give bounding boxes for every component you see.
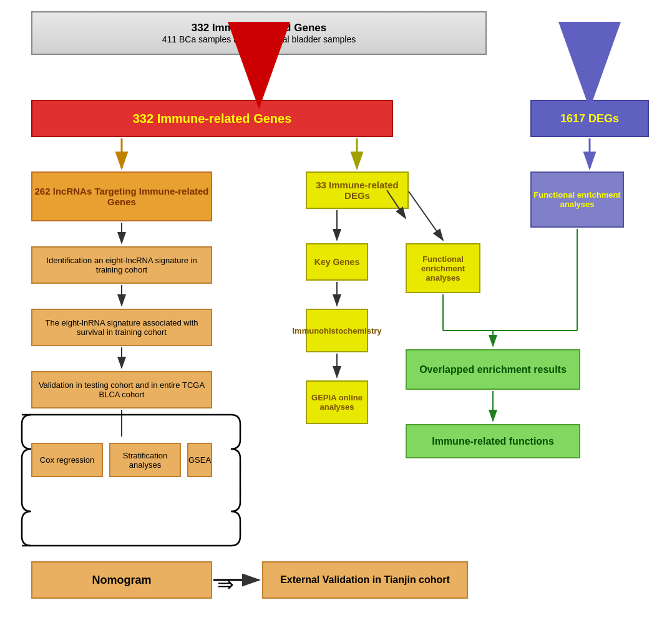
lncrna-box: 262 lncRNAs Targeting Immune-related Gen… bbox=[31, 171, 212, 221]
external-validation-box: External Validation in Tianjin cohort bbox=[262, 561, 468, 599]
dataset-subtitle: 411 BCa samples and 19 normal bladder sa… bbox=[162, 34, 356, 44]
func-right-label: Functional enrichment analyses bbox=[532, 190, 623, 209]
func-mid-label: Functional enrichment analyses bbox=[407, 254, 479, 283]
lncrna-label: 262 lncRNAs Targeting Immune-related Gen… bbox=[32, 186, 211, 207]
signature-label: The eight-lnRNA signature associated wit… bbox=[32, 318, 211, 337]
validation-label: Validation in testing cohort and in enti… bbox=[32, 380, 211, 399]
gepia-label: GEPIA online analyses bbox=[307, 393, 367, 412]
degs-33-box: 33 Immune-related DEGs bbox=[306, 171, 409, 209]
degs-33-label: 33 Immune-related DEGs bbox=[307, 180, 407, 201]
diagram: 332 Immune-related Genes 411 BCa samples… bbox=[0, 0, 672, 628]
key-genes-box: Key Genes bbox=[306, 243, 368, 281]
identification-label: Identification an eight-lncRNA signature… bbox=[32, 256, 211, 274]
overlapped-label: Overlapped enrichment results bbox=[419, 364, 567, 375]
degs-label: 1617 DEGs bbox=[560, 112, 619, 125]
degs-box: 1617 DEGs bbox=[530, 100, 649, 137]
signature-box: The eight-lnRNA signature associated wit… bbox=[31, 309, 212, 346]
immune-func-box: Immune-related functions bbox=[406, 424, 580, 458]
key-genes-label: Key Genes bbox=[314, 257, 359, 267]
validation-box: Validation in testing cohort and in enti… bbox=[31, 371, 212, 408]
dataset-title: 332 Immune-related Genes bbox=[192, 22, 326, 34]
overlapped-box: Overlapped enrichment results bbox=[406, 349, 580, 390]
immune-genes-label: 332 Immune-related Genes bbox=[133, 112, 292, 126]
immune-genes-box: 332 Immune-related Genes bbox=[31, 100, 393, 137]
dataset-box: 332 Immune-related Genes 411 BCa samples… bbox=[31, 11, 487, 55]
brace-svg bbox=[19, 412, 243, 568]
func-right-box: Functional enrichment analyses bbox=[530, 171, 624, 228]
func-mid-box: Functional enrichment analyses bbox=[406, 243, 480, 293]
double-arrow-icon: ⇒ bbox=[217, 572, 234, 596]
svg-line-20 bbox=[409, 191, 443, 240]
external-validation-label: External Validation in Tianjin cohort bbox=[280, 574, 450, 586]
immune-func-label: Immune-related functions bbox=[432, 436, 554, 447]
identification-box: Identification an eight-lncRNA signature… bbox=[31, 246, 212, 284]
immunohisto-box: Immunohistochemistry bbox=[306, 309, 368, 352]
gepia-box: GEPIA online analyses bbox=[306, 380, 368, 424]
nomogram-label: Nomogram bbox=[92, 574, 151, 587]
immunohisto-label: Immunohistochemistry bbox=[292, 326, 381, 336]
